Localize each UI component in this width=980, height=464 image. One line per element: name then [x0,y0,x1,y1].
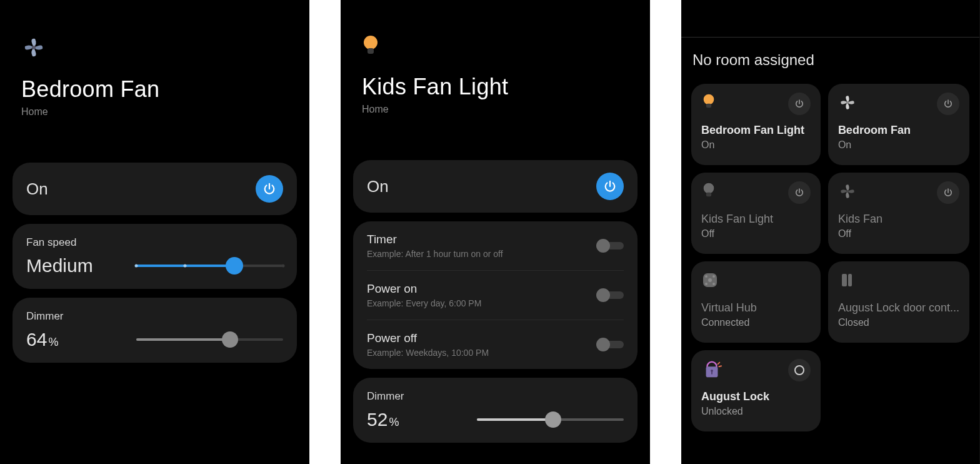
bulb-icon [362,35,629,60]
svg-rect-16 [848,274,852,286]
schedule-title: Power on [367,282,481,296]
fan-icon [838,182,857,203]
schedule-title: Timer [367,233,503,246]
tile-status: Off [838,228,959,240]
tile-status: Unlocked [701,406,811,417]
svg-rect-15 [842,274,847,286]
schedule-subtitle: Example: Every day, 6:00 PM [367,298,481,308]
dimmer-label: Dimmer [26,310,283,323]
svg-line-17 [718,363,719,365]
fan-speed-card: Fan speed Medium [12,224,297,289]
tile-power-button[interactable] [788,181,811,204]
schedule-toggle[interactable] [596,288,624,302]
schedule-subtitle: Example: After 1 hour turn on or off [367,249,503,259]
tile-power-button[interactable] [937,181,959,204]
fan-icon [838,93,857,114]
schedule-row[interactable]: TimerExample: After 1 hour turn on or of… [367,221,624,271]
tile-power-button[interactable] [937,93,959,115]
breadcrumb[interactable]: Home [21,106,288,118]
svg-line-18 [719,366,721,366]
fan-icon [21,35,288,63]
svg-rect-7 [706,193,711,197]
svg-point-13 [712,283,715,285]
schedule-title: Power off [367,331,489,345]
tile-title: August Lock door cont... [838,301,959,315]
dimmer-value: 52% [367,409,399,430]
device-tile[interactable]: Bedroom FanOn [828,84,969,165]
svg-point-11 [712,275,715,278]
device-tile[interactable]: Virtual HubConnected [691,261,821,343]
device-tile[interactable]: Kids Fan LightOff [691,173,821,254]
power-state-label: On [26,179,48,199]
page-title: Kids Fan Light [362,74,629,100]
power-card: On [12,163,297,215]
svg-point-8 [846,190,849,193]
device-tile[interactable]: August Lock door cont...Closed [828,261,969,343]
svg-point-12 [705,283,708,285]
dimmer-label: Dimmer [367,390,624,403]
tile-status: Closed [838,317,959,328]
power-button[interactable] [256,175,283,203]
svg-rect-4 [706,104,711,108]
dimmer-card-light: Dimmer 52% [353,378,638,443]
tile-power-button[interactable] [788,93,811,115]
schedule-row[interactable]: Power offExample: Weekdays, 10:00 PM [367,320,624,369]
svg-point-14 [708,278,712,282]
tile-title: Kids Fan Light [701,213,811,226]
fan-speed-value: Medium [26,255,93,276]
hub-icon [701,271,719,291]
tile-action-button[interactable] [788,359,811,381]
tile-status: On [701,139,811,151]
svg-point-0 [32,46,36,49]
svg-rect-21 [711,371,712,375]
tile-title: Kids Fan [838,213,959,226]
device-tile[interactable]: August LockUnlocked [691,350,821,431]
power-button[interactable] [596,173,624,200]
tile-status: On [838,139,959,151]
schedule-row[interactable]: Power onExample: Every day, 6:00 PM [367,271,624,320]
sensor-icon [838,271,856,291]
power-state-label: On [367,177,389,196]
dimmer-slider-fan[interactable] [136,332,283,347]
page-title: Bedroom Fan [21,76,288,103]
schedule-toggle[interactable] [596,338,624,351]
lock-icon [701,358,722,382]
breadcrumb[interactable]: Home [362,104,629,115]
devices-dashboard-panel: No room assigned Bedroom Fan LightOnBedr… [681,0,980,464]
svg-point-6 [704,183,714,194]
tile-title: Bedroom Fan [838,124,959,137]
schedule-list: TimerExample: After 1 hour turn on or of… [353,221,638,369]
schedule-toggle[interactable] [596,239,624,253]
fan-speed-label: Fan speed [26,236,283,249]
bulb-icon [701,93,716,114]
svg-point-1 [364,36,378,49]
dimmer-slider-light[interactable] [477,412,624,427]
power-card: On [353,160,638,213]
tile-status: Off [701,228,811,240]
svg-point-10 [705,275,708,278]
schedule-subtitle: Example: Weekdays, 10:00 PM [367,348,489,358]
device-tile[interactable]: Kids FanOff [828,173,969,254]
room-heading: No room assigned [681,38,979,79]
kids-fan-light-panel: Kids Fan Light Home On TimerExample: Aft… [341,0,650,464]
svg-rect-2 [368,48,374,54]
svg-point-3 [704,94,714,105]
dimmer-value: 64% [26,329,58,350]
bulb-icon [701,182,716,203]
svg-point-5 [846,101,849,104]
dimmer-card-fan: Dimmer 64% [12,298,297,363]
bedroom-fan-panel: Bedroom Fan Home On Fan speed Medium Dim… [0,0,309,464]
tile-title: Virtual Hub [701,301,811,315]
fan-speed-slider[interactable] [136,258,283,273]
tile-title: Bedroom Fan Light [701,124,811,137]
dashboard-top-spacer [681,0,979,38]
tile-title: August Lock [701,390,811,403]
device-tile[interactable]: Bedroom Fan LightOn [691,84,821,165]
tile-status: Connected [701,317,811,328]
